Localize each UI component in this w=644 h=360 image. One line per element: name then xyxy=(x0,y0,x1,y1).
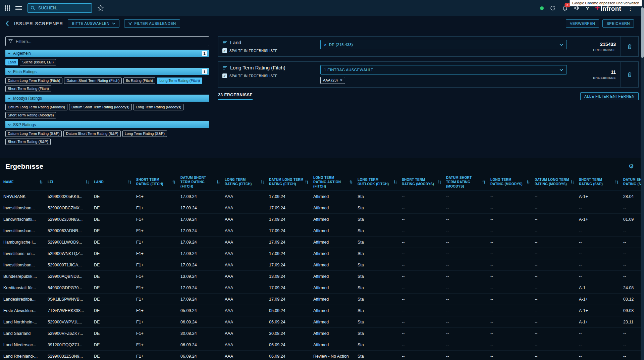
table-row[interactable]: Land Niedersac... 391200ITQQZ7J... DE F1… xyxy=(0,339,644,351)
delete-filter-button[interactable] xyxy=(621,37,638,56)
sort-icon[interactable] xyxy=(349,180,353,184)
filter-field-tag[interactable]: Suche (Issuer, LEI) xyxy=(20,59,56,65)
global-search[interactable] xyxy=(28,3,92,13)
cell-short-term-rating-moodys: -- xyxy=(398,248,443,259)
total-results-link[interactable]: 23 ERGEBNISSE xyxy=(218,93,253,100)
column-header[interactable]: DATUM LONG TERM RATING (MOODYS) xyxy=(531,173,576,191)
sort-icon[interactable] xyxy=(482,180,486,184)
rating-filter-dropdown[interactable]: 1 EINTRAG AUSGEWÄHLT xyxy=(320,65,567,74)
sort-icon[interactable] xyxy=(128,180,131,184)
cell-name: Investitionsban... xyxy=(0,259,44,271)
table-row[interactable]: Investitions- un... 529900WNKTQZ... DE F… xyxy=(0,248,644,259)
sort-icon[interactable] xyxy=(615,180,619,184)
section-header-fitch[interactable]: Fitch Ratings 1 xyxy=(5,68,209,75)
search-input[interactable] xyxy=(38,5,89,11)
apps-grid-icon[interactable] xyxy=(5,5,10,11)
cell-datum-long-term-rating-fitch: 17.09.24 xyxy=(266,237,310,248)
save-button[interactable]: SPEICHERN xyxy=(602,19,634,28)
sort-icon[interactable] xyxy=(261,180,264,184)
section-header-moodys[interactable]: Moodys Ratings xyxy=(5,95,209,102)
toggle-filters-button[interactable]: FILTER AUSBLENDEN xyxy=(124,19,180,28)
land-filter-dropdown[interactable]: × DE (215.433) xyxy=(320,40,567,49)
cell-long-term-rating-aktion-fitch: Affirmed xyxy=(310,191,354,202)
clear-all-filters-button[interactable]: ALLE FILTER ENTFERNEN xyxy=(580,92,639,100)
selected-rating-chip[interactable]: AAA (23) × xyxy=(320,77,345,84)
sort-icon[interactable] xyxy=(86,180,89,184)
filter-field-tag[interactable]: Short Term Rating (Moodys) xyxy=(5,112,56,118)
filter-field-tag[interactable]: Long Term Rating (S&P) xyxy=(122,131,167,137)
filter-field-tag[interactable]: Datum Long Term Rating (Moodys) xyxy=(5,104,67,110)
filter-field-tag[interactable]: Ifs Rating (Fitch) xyxy=(123,78,155,84)
remove-value-icon[interactable]: × xyxy=(324,42,327,47)
section-header-sp[interactable]: S&P Ratings xyxy=(5,121,209,128)
sort-icon[interactable] xyxy=(571,180,574,184)
gear-icon[interactable]: ⚙ xyxy=(629,163,634,170)
sort-icon[interactable] xyxy=(172,180,176,184)
table-row[interactable]: Kreditanstalt für... 549300GDPG70... DE … xyxy=(0,282,644,294)
column-header[interactable]: LAND xyxy=(91,173,133,191)
preset-dropdown-button[interactable]: BITTE AUSWÄHLEN xyxy=(68,19,119,28)
filter-field-tag[interactable]: Datum Long Term Rating (S&P) xyxy=(5,131,62,137)
table-row[interactable]: Landeskreditba... 0SK1ILSPWNVB... DE F1+… xyxy=(0,294,644,305)
cell-long-term-rating-aktion-fitch: Affirmed xyxy=(310,271,354,282)
favorites-star-icon[interactable] xyxy=(97,5,104,11)
column-header[interactable]: DATUM SHORT TERM RATING (MOODYS) xyxy=(443,173,487,191)
menu-icon[interactable] xyxy=(15,6,22,10)
table-row[interactable]: Landwirtschaftli... 529900Z3J0N6S... DE … xyxy=(0,214,644,225)
delete-filter-button[interactable] xyxy=(621,62,638,87)
column-header[interactable]: DATUM LONG TERM RATING (FITCH) xyxy=(266,173,310,191)
filter-field-tag[interactable]: Short Term Rating (S&P) xyxy=(5,139,51,145)
filter-field-tag[interactable]: Datum Short Term Rating (Moodys) xyxy=(69,104,132,110)
filter-field-tag[interactable]: Datum Long Term Rating (Fitch) xyxy=(5,78,62,84)
sort-icon[interactable] xyxy=(305,180,309,184)
table-row[interactable]: Land Rheinland-... 52990032ZS3N9... DE F… xyxy=(0,351,644,360)
drag-handle-icon[interactable] xyxy=(222,41,227,45)
table-row[interactable]: Hamburgische I... 5299001LWOD9... DE F1+… xyxy=(0,237,644,248)
sort-icon[interactable] xyxy=(526,180,530,184)
sort-icon[interactable] xyxy=(393,180,397,184)
table-row[interactable]: NRW.BANK 5299000205KK6... DE F1+ 17.09.2… xyxy=(0,191,644,202)
scrollbar-thumb[interactable] xyxy=(641,7,644,58)
filter-field-tag[interactable]: Land xyxy=(5,59,18,65)
column-header-label: LONG TERM RATING (MOODYS) xyxy=(490,177,525,186)
discard-button[interactable]: VERWERFEN xyxy=(566,19,599,28)
back-button[interactable] xyxy=(5,20,9,27)
filter-field-tag[interactable]: Short Term Rating (Fitch) xyxy=(5,86,51,92)
sort-icon[interactable] xyxy=(438,180,441,184)
column-in-results-checkbox[interactable]: ✓ SPALTE IN ERGEBNISLISTE xyxy=(222,48,312,53)
column-header[interactable]: NAME xyxy=(0,173,44,191)
column-header[interactable]: LONG TERM RATING (MOODYS) xyxy=(487,173,531,191)
table-row[interactable]: Land Nordrhein-... 529900VWPV1L... DE F1… xyxy=(0,316,644,328)
sort-icon[interactable] xyxy=(216,180,220,184)
column-header[interactable]: SHORT TERM RATING (S&P) xyxy=(576,173,620,191)
notifications-bell-icon[interactable]: 3 xyxy=(562,5,568,11)
section-header-allgemein[interactable]: Allgemein 1 xyxy=(5,50,209,57)
column-in-results-checkbox[interactable]: ✓ SPALTE IN ERGEBNISLISTE xyxy=(222,73,312,78)
refresh-icon[interactable] xyxy=(550,5,556,11)
column-header[interactable]: LONG TERM RATING (FITCH) xyxy=(221,173,266,191)
cell-land: DE xyxy=(91,305,133,316)
cell-short-term-rating-fitch: F1+ xyxy=(133,328,177,339)
table-row[interactable]: Land Saarland 529900VFZ6ZK7... DE F1+ 30… xyxy=(0,328,644,339)
filter-field-tag[interactable]: Datum Short Term Rating (Fitch) xyxy=(64,78,122,84)
drag-handle-icon[interactable] xyxy=(222,66,227,70)
sort-icon[interactable] xyxy=(39,180,43,184)
filter-field-tag[interactable]: Long Term Rating (Moodys) xyxy=(133,104,184,110)
table-row[interactable]: Erste Abwicklun... 7TG4VWERK338... DE F1… xyxy=(0,305,644,316)
column-header[interactable]: SHORT TERM RATING (FITCH) xyxy=(133,173,177,191)
remove-chip-icon[interactable]: × xyxy=(340,78,342,83)
filter-field-tag[interactable]: Datum Short Term Rating (S&P) xyxy=(63,131,120,137)
column-header[interactable]: LONG TERM RATING AKTION (FITCH) xyxy=(310,173,354,191)
cell-short-term-rating-sp: -- xyxy=(576,339,620,351)
filter-field-search-input[interactable] xyxy=(5,36,209,46)
column-header[interactable]: DATUM SHORT TERM RATING (FITCH) xyxy=(177,173,221,191)
filter-field-tag[interactable]: Long Term Rating (Fitch) xyxy=(157,78,202,84)
table-row[interactable]: Investitionsban... 52990063ADNR... DE F1… xyxy=(0,225,644,237)
table-row[interactable]: Investitionsban... 529900OBCZMX... DE F1… xyxy=(0,202,644,214)
column-header[interactable]: LONG TERM OUTLOOK (FITCH) xyxy=(354,173,398,191)
table-row[interactable]: Investitionsban... 5299009T1JIGA... DE F… xyxy=(0,259,644,271)
table-row[interactable]: Bundesrepublik ... 529900AQBND3... DE F1… xyxy=(0,271,644,282)
vertical-scrollbar[interactable] xyxy=(641,0,644,360)
column-header[interactable]: SHORT TERM RATING (MOODYS) xyxy=(398,173,443,191)
column-header[interactable]: LEI xyxy=(44,173,91,191)
